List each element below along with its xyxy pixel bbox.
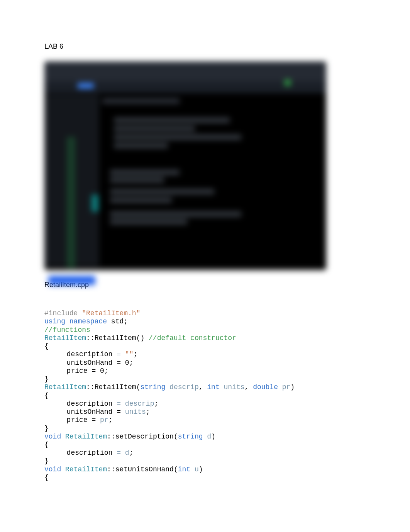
code-token: ::setDescription( — [107, 433, 178, 440]
code-token: ::setUnitsOnHand( — [107, 466, 178, 473]
code-token: d — [121, 449, 129, 457]
code-token — [61, 433, 65, 440]
code-token: { — [44, 392, 49, 399]
code-token: units — [220, 383, 245, 391]
code-token — [61, 466, 65, 473]
code-token: using — [44, 318, 65, 325]
code-token: ::RetailItem( — [86, 383, 140, 391]
code-token: //default constructor — [149, 334, 236, 342]
code-token: ; — [133, 350, 137, 358]
code-token: units — [125, 408, 146, 416]
code-token: ; — [129, 449, 134, 457]
code-token: { — [44, 441, 49, 449]
code-token: ; — [146, 408, 150, 416]
code-token: std; — [107, 318, 128, 325]
code-token: ) — [199, 466, 203, 473]
code-token: price = 0; — [67, 367, 108, 375]
code-token: ) — [211, 433, 215, 440]
code-token: = — [117, 400, 121, 408]
code-token: description — [67, 350, 117, 358]
code-token: #include — [44, 309, 78, 317]
code-token: "RetailItem.h" — [78, 309, 140, 317]
code-token: d — [203, 433, 212, 440]
code-token: } — [44, 457, 49, 465]
code-token: { — [44, 342, 49, 350]
code-token: , — [199, 383, 207, 391]
code-token: pr — [278, 383, 290, 391]
code-token: ) — [290, 383, 295, 391]
code-token: ; — [108, 416, 113, 424]
code-token: "" — [121, 350, 133, 358]
code-token: double — [253, 383, 278, 391]
code-token: namespace — [65, 318, 107, 325]
code-token: RetailItem — [44, 334, 86, 342]
code-token: RetailItem — [44, 383, 86, 391]
code-token: description — [67, 449, 117, 457]
code-token: } — [44, 375, 49, 383]
code-token: = — [117, 449, 121, 457]
code-token: } — [44, 425, 49, 432]
code-token: RetailItem — [65, 433, 107, 440]
code-token: pr — [100, 416, 108, 424]
code-token: ; — [154, 400, 158, 408]
ide-screenshot-blurred — [44, 61, 326, 270]
code-token: descrip — [165, 383, 198, 391]
code-token: u — [190, 466, 199, 473]
code-token: { — [44, 474, 49, 481]
code-token: string — [178, 433, 203, 440]
code-token: price = — [67, 416, 100, 424]
code-token: void — [44, 433, 61, 440]
code-token: int — [178, 466, 190, 473]
code-token: RetailItem — [65, 466, 107, 473]
code-token: void — [44, 466, 61, 473]
code-token: ::RetailItem() — [86, 334, 149, 342]
code-token: description — [67, 400, 117, 408]
code-token: //functions — [44, 326, 90, 334]
code-token: , — [245, 383, 253, 391]
code-token: int — [207, 383, 219, 391]
code-token: descrip — [121, 400, 154, 408]
code-token: string — [140, 383, 165, 391]
code-token: unitsOnHand = 0; — [67, 359, 134, 367]
code-token: unitsOnHand = — [67, 408, 125, 416]
code-token: = — [117, 350, 121, 358]
page-heading: LAB 6 — [44, 42, 366, 51]
code-block: #include "RetailItem.h" using namespace … — [44, 301, 366, 482]
